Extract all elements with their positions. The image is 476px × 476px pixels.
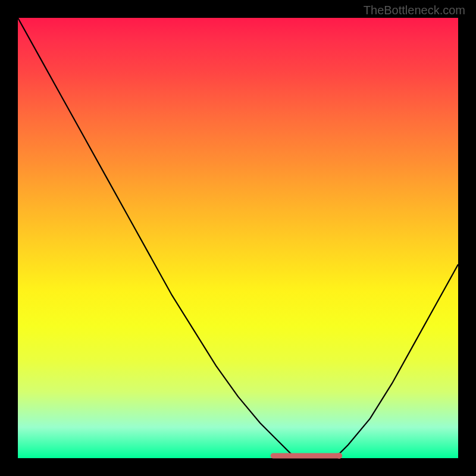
chart-container: TheBottleneck.com bbox=[0, 0, 476, 476]
chart-svg bbox=[18, 18, 458, 458]
flat-segment-end-dot bbox=[336, 453, 342, 459]
watermark-text: TheBottleneck.com bbox=[364, 4, 465, 17]
bottleneck-curve bbox=[18, 18, 458, 458]
